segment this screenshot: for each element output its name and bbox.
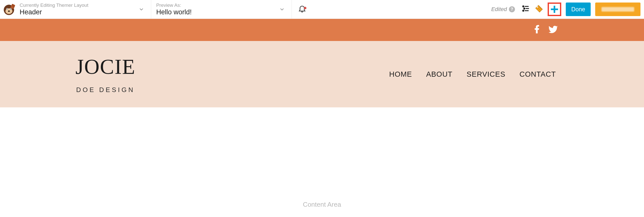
edited-status[interactable]: Edited ? xyxy=(491,6,515,13)
site-header: JOCIE DOE DESIGN HOME ABOUT SERVICES CON… xyxy=(0,41,644,107)
nav-home[interactable]: HOME xyxy=(389,70,412,78)
nav-services[interactable]: SERVICES xyxy=(467,70,505,78)
nav-about[interactable]: ABOUT xyxy=(426,70,453,78)
notification-dot-icon xyxy=(304,7,306,9)
help-icon: ? xyxy=(509,6,515,12)
twitter-icon[interactable] xyxy=(548,25,558,35)
builder-toolbar: Currently Editing Themer Layout Header P… xyxy=(0,0,644,19)
content-area-label: Content Area xyxy=(303,201,341,208)
preview-label: Preview As: xyxy=(156,3,274,8)
toolbar-actions: Edited ? xyxy=(491,0,644,19)
site-logo[interactable]: JOCIE DOE DESIGN xyxy=(75,55,136,94)
publish-button[interactable] xyxy=(595,3,640,16)
toolbar-spacer xyxy=(292,0,491,19)
editing-label: Currently Editing Themer Layout xyxy=(20,3,133,8)
editing-dropdown[interactable]: Currently Editing Themer Layout Header xyxy=(18,0,151,19)
preview-dropdown[interactable]: Preview As: Hello world! xyxy=(151,0,292,19)
logo-main: JOCIE xyxy=(75,55,136,79)
svg-point-12 xyxy=(524,8,525,9)
preview-value: Hello world! xyxy=(156,8,274,16)
svg-point-6 xyxy=(8,10,10,12)
notifications-button[interactable] xyxy=(292,4,312,14)
editing-value: Header xyxy=(20,8,133,16)
edited-label: Edited xyxy=(491,6,507,13)
add-content-button[interactable] xyxy=(548,3,561,16)
social-bar xyxy=(0,19,644,41)
outline-button[interactable] xyxy=(521,4,530,14)
beaver-logo-icon[interactable] xyxy=(0,0,18,19)
tag-button[interactable] xyxy=(535,4,543,14)
logo-tagline: DOE DESIGN xyxy=(76,86,135,94)
svg-point-14 xyxy=(523,10,524,11)
chevron-down-icon xyxy=(136,6,151,12)
nav-contact[interactable]: CONTACT xyxy=(519,70,556,78)
done-button[interactable]: Done xyxy=(566,3,591,16)
facebook-icon[interactable] xyxy=(532,25,542,35)
svg-point-4 xyxy=(7,9,7,9)
svg-point-5 xyxy=(10,9,11,9)
content-area-placeholder[interactable]: Content Area xyxy=(0,107,644,217)
primary-nav: HOME ABOUT SERVICES CONTACT xyxy=(389,70,556,78)
svg-point-10 xyxy=(523,6,524,7)
blurred-label xyxy=(601,7,634,12)
chevron-down-icon xyxy=(276,6,292,12)
